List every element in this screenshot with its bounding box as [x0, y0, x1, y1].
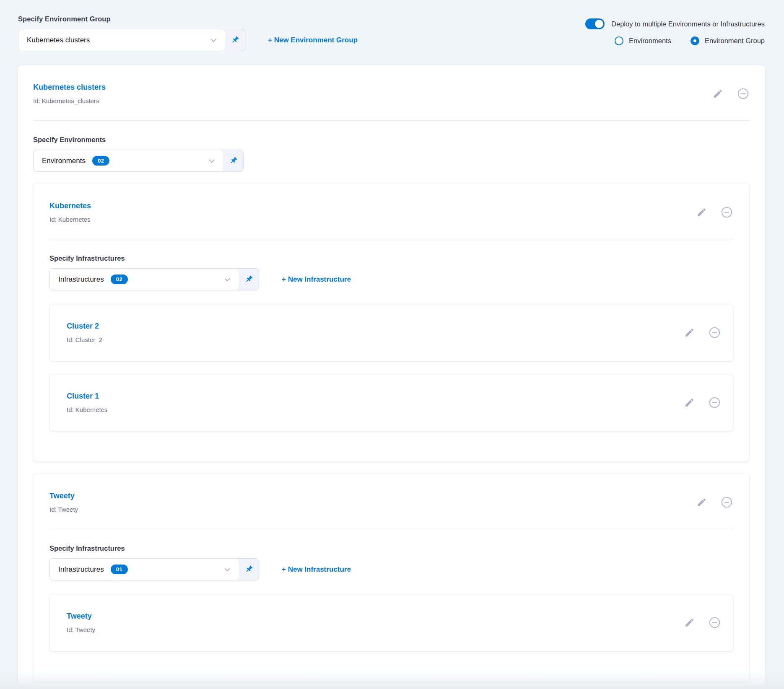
environments-dropdown-value: Environments	[42, 157, 86, 165]
infrastructure-title-link[interactable]: Tweety	[67, 612, 92, 621]
remove-icon[interactable]	[720, 206, 733, 219]
new-environment-group-button[interactable]: + New Environment Group	[268, 36, 358, 44]
environment-group-card: Kubernetes clusters Id: Kubernetes_clust…	[18, 65, 765, 689]
infrastructures-dropdown-value: Infrastructures	[58, 565, 104, 574]
deploy-multiple-toggle[interactable]	[585, 18, 605, 29]
infrastructure-title-link[interactable]: Cluster 1	[67, 392, 99, 401]
edit-icon[interactable]	[684, 397, 695, 408]
environments-dropdown[interactable]: Environments 02	[33, 150, 244, 172]
infrastructure-id: Id: Tweety	[67, 626, 95, 633]
radio-selected-icon	[691, 36, 699, 45]
environment-group-label: Specify Environment Group	[18, 15, 358, 23]
new-infrastructure-button[interactable]: + New Infrastructure	[282, 565, 351, 574]
infrastructure-card: Cluster 2 Id: Cluster_2	[49, 304, 733, 361]
infrastructure-title-link[interactable]: Cluster 2	[67, 322, 99, 331]
remove-icon[interactable]	[708, 326, 721, 339]
remove-icon[interactable]	[720, 496, 733, 509]
new-infrastructure-button[interactable]: + New Infrastructure	[282, 275, 351, 284]
environment-group-dropdown-field[interactable]: Kubernetes clusters	[18, 29, 225, 51]
infrastructure-card: Tweety Id: Tweety	[49, 594, 733, 651]
remove-icon[interactable]	[737, 87, 750, 100]
specify-environments-label: Specify Environments	[33, 136, 750, 144]
chevron-down-icon	[209, 36, 218, 45]
environment-group-id: Id: Kubernetes_clusters	[33, 97, 106, 104]
environment-group-header: Kubernetes clusters Id: Kubernetes_clust…	[33, 83, 750, 104]
edit-icon[interactable]	[696, 497, 707, 508]
deploy-options: Deploy to multiple Environments or Infra…	[585, 18, 765, 51]
deploy-multiple-label: Deploy to multiple Environments or Infra…	[611, 20, 765, 28]
radio-environments-label: Environments	[629, 37, 671, 45]
radio-environment-group[interactable]: Environment Group	[691, 36, 765, 45]
edit-icon[interactable]	[684, 327, 695, 338]
environment-header: Kubernetes Id: Kubernetes	[49, 202, 733, 223]
infrastructure-id: Id: Cluster_2	[67, 336, 102, 343]
remove-icon[interactable]	[708, 616, 721, 629]
infrastructures-dropdown-field[interactable]: Infrastructures 02	[50, 269, 239, 290]
infrastructures-count-badge: 02	[111, 275, 128, 284]
pin-button[interactable]	[239, 559, 259, 580]
pin-icon	[244, 565, 254, 574]
infrastructures-dropdown[interactable]: Infrastructures 01	[49, 558, 259, 580]
specify-infrastructures-label: Specify Infrastructures	[49, 254, 733, 262]
divider	[49, 239, 733, 239]
environment-id: Id: Kubernetes	[49, 216, 91, 223]
environments-count-badge: 02	[92, 156, 109, 166]
infrastructures-dropdown-field[interactable]: Infrastructures 01	[50, 559, 239, 580]
environment-title-link[interactable]: Tweety	[49, 492, 75, 500]
chevron-down-icon	[223, 275, 232, 284]
environment-header: Tweety Id: Tweety	[49, 492, 733, 513]
edit-icon[interactable]	[713, 88, 723, 99]
infrastructure-id: Id: Kubernetes	[67, 406, 108, 413]
pin-button[interactable]	[223, 150, 243, 171]
specify-infrastructures-label: Specify Infrastructures	[49, 544, 733, 552]
environments-dropdown-field[interactable]: Environments 02	[34, 150, 223, 171]
infrastructure-card: Cluster 1 Id: Kubernetes	[49, 374, 733, 431]
pin-button[interactable]	[225, 29, 245, 51]
environment-group-title-link[interactable]: Kubernetes clusters	[33, 83, 106, 92]
environment-title-link[interactable]: Kubernetes	[49, 202, 91, 210]
pin-button[interactable]	[239, 269, 259, 290]
radio-unselected-icon	[615, 36, 623, 45]
environment-group-dropdown[interactable]: Kubernetes clusters	[18, 29, 245, 51]
divider	[49, 529, 733, 529]
radio-environments[interactable]: Environments	[615, 36, 671, 45]
environment-card: Kubernetes Id: Kubernetes Specify Infras…	[33, 183, 750, 462]
infrastructures-count-badge: 01	[111, 565, 128, 574]
environment-group-dropdown-value: Kubernetes clusters	[27, 36, 90, 44]
environment-id: Id: Tweety	[49, 506, 78, 513]
infrastructures-dropdown[interactable]: Infrastructures 02	[49, 268, 259, 290]
top-bar: Specify Environment Group Kubernetes clu…	[0, 0, 784, 51]
pin-icon	[244, 275, 254, 284]
remove-icon[interactable]	[708, 396, 721, 409]
pin-icon	[228, 156, 238, 166]
edit-icon[interactable]	[684, 617, 695, 628]
divider	[33, 120, 750, 121]
infrastructures-dropdown-value: Infrastructures	[58, 275, 104, 284]
toggle-knob	[595, 20, 603, 28]
environment-group-selector: Specify Environment Group Kubernetes clu…	[18, 15, 358, 51]
pin-icon	[230, 35, 240, 45]
environment-card: Tweety Id: Tweety Specify Infrastructure…	[33, 473, 750, 682]
chevron-down-icon	[207, 156, 216, 166]
chevron-down-icon	[223, 565, 232, 574]
edit-icon[interactable]	[696, 207, 707, 218]
radio-environment-group-label: Environment Group	[705, 37, 765, 45]
